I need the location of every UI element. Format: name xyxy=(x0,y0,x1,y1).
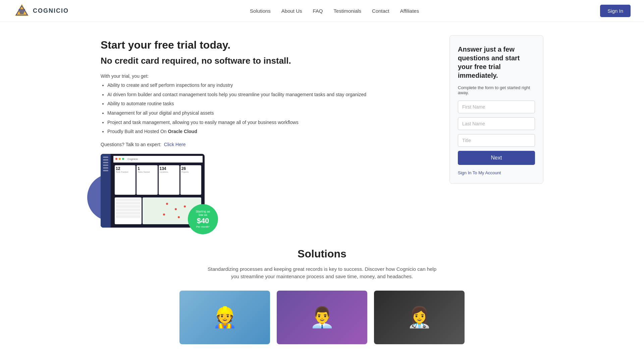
stat-card-2: 1 Tasks Started xyxy=(137,165,157,195)
first-name-input[interactable] xyxy=(458,101,535,113)
bullet-1: Ability to create and self perform inspe… xyxy=(107,82,436,89)
form-title: Answer just a few questions and start yo… xyxy=(458,45,535,80)
solutions-grid: 👷 👨‍💼 👩‍⚕️ xyxy=(13,291,631,344)
list-item-4 xyxy=(116,208,141,211)
screen-sidebar xyxy=(101,154,111,228)
screen-list-panel xyxy=(115,197,142,224)
navbar: COGNICIO Solutions About Us FAQ Testimon… xyxy=(0,0,644,22)
stat-card-3: 134 Locations xyxy=(159,165,179,195)
bullet-2: AI driven form builder and contact manag… xyxy=(107,92,436,98)
bullet-4: Management for all your digital and phys… xyxy=(107,110,436,117)
solutions-desc: Standardizing processes and keeping grea… xyxy=(205,265,439,281)
list-item-2 xyxy=(116,202,141,204)
signin-button[interactable]: Sign In xyxy=(600,5,631,17)
stat-card-1: 12 Tools Tracked xyxy=(115,165,136,195)
map-dot-3 xyxy=(163,214,165,216)
sidebar-item-4 xyxy=(103,165,108,166)
sidebar-item-3 xyxy=(103,162,108,163)
solution-card-2: 👨‍💼 xyxy=(277,291,367,344)
logo-link[interactable]: COGNICIO xyxy=(13,2,69,19)
map-dot-2 xyxy=(175,208,177,210)
solutions-title: Solutions xyxy=(13,248,631,260)
hero-bullets: Ability to create and self perform inspe… xyxy=(101,82,436,135)
bullet-6: Proudly Built and Hosted On Oracle Cloud xyxy=(107,128,436,135)
solution-img-3: 👩‍⚕️ xyxy=(374,291,465,344)
logo-icon xyxy=(13,2,30,19)
hero-question: Questions? Talk to an expert: Click Here xyxy=(101,142,436,147)
product-image-wrap: Cognicio 12 Tools Tracked 1 Tasks Starte… xyxy=(101,154,211,228)
hero-left: Start your free trial today. No credit c… xyxy=(101,35,436,228)
brand-name: COGNICIO xyxy=(33,7,69,14)
bullet-5: Project and task management, allowing yo… xyxy=(107,119,436,126)
hero-title: Start your free trial today. xyxy=(101,39,436,51)
dot-red xyxy=(115,158,117,160)
map-dot-4 xyxy=(184,205,186,207)
dot-yellow xyxy=(119,158,121,160)
next-button[interactable]: Next xyxy=(458,151,535,165)
nav-solutions[interactable]: Solutions xyxy=(250,8,271,14)
pricing-low: low as xyxy=(199,213,207,217)
dot-green xyxy=(122,158,124,160)
pricing-badge: Starting as low as $40 Per month* xyxy=(188,204,218,234)
solution-card-1: 👷 xyxy=(179,291,270,344)
bullet-3: Ability to automate routine tasks xyxy=(107,101,436,107)
form-subtitle: Complete the form to get started right a… xyxy=(458,85,535,95)
stat-card-4: 26 Projects xyxy=(180,165,201,195)
hero-right: Answer just a few questions and start yo… xyxy=(449,35,543,228)
screen-stats-grid: 12 Tools Tracked 1 Tasks Started 134 Loc… xyxy=(113,164,203,196)
pricing-price: $40 xyxy=(197,217,209,225)
map-dot-1 xyxy=(166,203,168,205)
sidebar-item-6 xyxy=(103,170,108,171)
nav-contact[interactable]: Contact xyxy=(372,8,389,14)
pricing-starting: Starting as xyxy=(196,210,210,213)
sidebar-item-5 xyxy=(103,167,108,169)
screen-topbar: Cognicio xyxy=(113,156,203,163)
nav-affiliates[interactable]: Affiliates xyxy=(400,8,419,14)
signin-link[interactable]: Sign In To My Account xyxy=(458,170,501,175)
pricing-per: Per month* xyxy=(196,225,210,228)
nav-testimonials[interactable]: Testimonials xyxy=(334,8,362,14)
list-item-5 xyxy=(116,212,141,215)
title-input[interactable] xyxy=(458,134,535,147)
list-item-6 xyxy=(116,215,141,218)
nav-links: Solutions About Us FAQ Testimonials Cont… xyxy=(250,8,419,14)
click-here-link[interactable]: Click Here xyxy=(164,142,186,147)
sidebar-item-2 xyxy=(103,159,108,161)
hero-subtitle: No credit card required, no software to … xyxy=(101,55,436,67)
solution-img-2: 👨‍💼 xyxy=(277,291,367,344)
solution-card-3: 👩‍⚕️ xyxy=(374,291,465,344)
form-card: Answer just a few questions and start yo… xyxy=(449,35,543,184)
hero-intro: With your trial, you get: xyxy=(101,73,436,79)
last-name-input[interactable] xyxy=(458,117,535,130)
nav-about[interactable]: About Us xyxy=(281,8,302,14)
hero-section: Start your free trial today. No credit c… xyxy=(87,22,557,234)
solutions-section: Solutions Standardizing processes and ke… xyxy=(0,234,644,358)
list-item-3 xyxy=(116,205,141,208)
screen-title: Cognicio xyxy=(127,158,138,161)
nav-faq[interactable]: FAQ xyxy=(313,8,323,14)
map-dot-5 xyxy=(178,216,180,218)
solution-img-1: 👷 xyxy=(179,291,270,344)
sidebar-item-1 xyxy=(103,157,108,158)
list-item-1 xyxy=(116,198,141,201)
